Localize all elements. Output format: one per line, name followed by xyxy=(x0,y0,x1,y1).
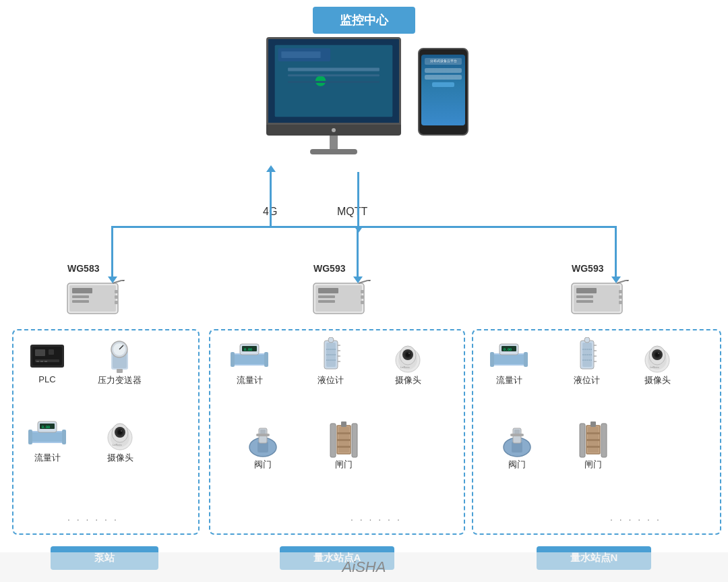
svg-point-16 xyxy=(368,280,371,281)
gateway-right-label: WG593 xyxy=(572,263,603,274)
svg-rect-45 xyxy=(30,432,64,442)
svg-rect-93 xyxy=(337,446,351,448)
svg-point-57 xyxy=(121,430,122,432)
svg-rect-131 xyxy=(586,446,600,448)
camera-center-icon: LeRoirc xyxy=(388,337,428,374)
gateway-center-label: WG593 xyxy=(313,263,345,274)
svg-rect-24 xyxy=(576,300,593,303)
device-gate-center-label: 闸门 xyxy=(335,459,353,471)
arrow-4g-up xyxy=(270,172,272,226)
svg-rect-96 xyxy=(352,424,357,457)
flowmeter-left-icon: 0.00 xyxy=(27,415,67,452)
phone-screen: 分布式设备云平台 xyxy=(421,55,465,125)
camera-right-icon: LeRoirc xyxy=(637,337,677,374)
monitor-frame xyxy=(266,125,401,136)
valve-center-icon xyxy=(243,421,283,459)
flowmeter-center-icon: 0.00 xyxy=(229,337,270,374)
device-flowmeter-center-label: 流量计 xyxy=(237,374,263,386)
svg-rect-94 xyxy=(341,421,346,427)
phone-device: 分布式设备云平台 xyxy=(418,48,468,136)
device-level-center: 液位计 xyxy=(310,337,351,386)
svg-rect-7 xyxy=(115,290,118,293)
svg-rect-65 xyxy=(264,352,268,367)
dots-center: · · · · · · xyxy=(351,514,402,525)
svg-rect-50 xyxy=(62,430,66,444)
device-camera-right-label: 摄像头 xyxy=(644,374,671,386)
device-pressure: 压力变送器 xyxy=(98,337,142,386)
svg-rect-132 xyxy=(590,421,596,427)
device-flowmeter-center: 0.00 流量计 xyxy=(229,337,270,386)
svg-rect-35 xyxy=(36,361,39,362)
device-plc-label: PLC xyxy=(38,374,55,384)
svg-rect-134 xyxy=(601,424,607,457)
device-gate-right: 闸门 xyxy=(573,421,613,471)
device-valve-right: 阀门 xyxy=(497,421,537,471)
svg-rect-102 xyxy=(490,352,494,367)
svg-rect-14 xyxy=(318,300,335,303)
svg-rect-88 xyxy=(256,434,270,436)
svg-rect-8 xyxy=(115,295,118,299)
monitor-screen xyxy=(266,37,401,125)
gate-right-icon xyxy=(573,421,613,459)
svg-rect-18 xyxy=(361,295,364,299)
gate-center-icon xyxy=(324,421,364,459)
svg-rect-126 xyxy=(510,434,524,436)
device-valve-right-label: 阀门 xyxy=(508,459,526,471)
pc-monitor xyxy=(260,37,408,154)
svg-rect-49 xyxy=(28,430,32,444)
device-camera-center-label: 摄像头 xyxy=(395,374,421,386)
camera-left-icon: LeRoirc xyxy=(100,415,140,452)
svg-rect-103 xyxy=(524,352,528,367)
monitor-stand-neck xyxy=(330,136,338,149)
svg-rect-60 xyxy=(233,355,266,364)
svg-rect-23 xyxy=(576,295,593,298)
svg-rect-17 xyxy=(361,290,364,293)
svg-rect-27 xyxy=(619,290,622,293)
svg-rect-33 xyxy=(49,349,54,355)
svg-rect-28 xyxy=(619,295,622,299)
svg-rect-130 xyxy=(586,439,600,441)
device-plc: PLC xyxy=(27,337,67,384)
svg-rect-36 xyxy=(40,361,43,362)
svg-rect-12 xyxy=(318,288,338,293)
device-flowmeter-left: 0.00 流量计 xyxy=(27,415,67,464)
svg-rect-37 xyxy=(44,361,47,362)
gateway-center-device xyxy=(310,280,377,324)
svg-rect-133 xyxy=(580,424,585,457)
arrow-center-down xyxy=(357,172,359,226)
device-gate-center: 闸门 xyxy=(324,421,364,471)
device-gate-right-label: 闸门 xyxy=(584,459,602,471)
svg-text:LeRoirc: LeRoirc xyxy=(113,443,122,446)
svg-rect-19 xyxy=(361,301,364,304)
svg-rect-4 xyxy=(72,300,89,303)
svg-rect-64 xyxy=(231,352,235,367)
svg-rect-95 xyxy=(330,424,336,457)
device-flowmeter-left-label: 流量计 xyxy=(34,452,61,464)
svg-point-6 xyxy=(122,280,125,281)
svg-point-71 xyxy=(328,337,334,343)
gateway-right-device xyxy=(568,280,636,324)
device-level-right-label: 液位计 xyxy=(574,374,600,386)
svg-rect-29 xyxy=(619,301,622,304)
device-camera-left: LeRoirc 摄像头 xyxy=(100,415,140,464)
svg-rect-32 xyxy=(35,349,45,356)
svg-rect-22 xyxy=(576,288,597,293)
plc-icon xyxy=(27,337,67,374)
svg-point-26 xyxy=(626,280,629,281)
phone-title: 分布式设备云平台 xyxy=(425,58,462,65)
svg-rect-129 xyxy=(586,432,600,434)
svg-point-82 xyxy=(408,353,410,354)
device-pressure-label: 压力变送器 xyxy=(98,374,142,386)
gateway-left-label: WG583 xyxy=(67,263,99,274)
device-valve-center: 阀门 xyxy=(243,421,283,471)
svg-text:LeRoirc: LeRoirc xyxy=(400,366,410,369)
device-camera-center: LeRoirc 摄像头 xyxy=(388,337,428,386)
monitor-stand-base xyxy=(310,149,357,154)
aisha-footer: AiSHA xyxy=(0,552,728,582)
device-level-center-label: 液位计 xyxy=(317,374,344,386)
svg-rect-43 xyxy=(117,369,123,373)
arrow-left-down xyxy=(111,226,113,277)
svg-rect-3 xyxy=(72,295,89,298)
level-right-icon xyxy=(566,337,607,374)
svg-point-120 xyxy=(658,353,659,354)
